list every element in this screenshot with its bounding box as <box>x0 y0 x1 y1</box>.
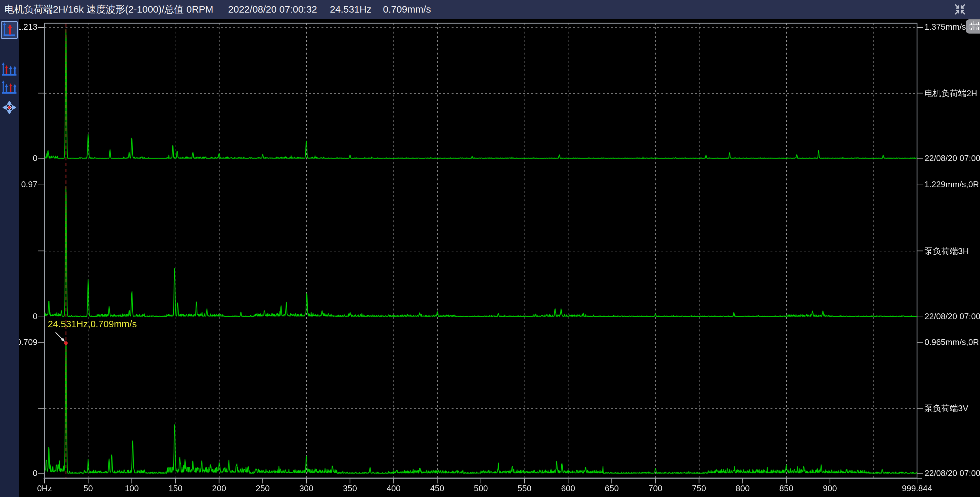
channel-name-label: 电机负荷端2H <box>924 88 977 99</box>
harmonic-cursor-button[interactable] <box>1 61 18 79</box>
collapse-arrows-icon[interactable] <box>953 3 966 16</box>
x-axis-tick-label: 999.844 <box>902 483 932 494</box>
x-axis-tick-label: 0Hz <box>37 483 52 494</box>
title-datetime: 2022/08/20 07:00:32 <box>228 4 317 15</box>
cursor-tool-sidebar <box>0 19 19 497</box>
x-axis-tick-label: 350 <box>343 483 357 494</box>
x-axis-tick-label: 500 <box>474 483 488 494</box>
channel-timestamp-label: 22/08/20 07:00:32 <box>924 311 980 321</box>
overlay-chart-button[interactable] <box>966 19 980 33</box>
x-axis-tick-label: 250 <box>256 483 269 494</box>
x-axis-tick-label: 200 <box>212 483 226 494</box>
channel-timestamp-label: 22/08/20 07:00:32 <box>924 153 980 163</box>
x-axis-tick-label: 850 <box>779 483 793 494</box>
x-axis-tick-label: 600 <box>561 483 575 494</box>
x-axis-tick-label: 400 <box>387 483 401 494</box>
x-axis-tick-label: 750 <box>692 483 706 494</box>
sideband-cursor-button[interactable] <box>1 79 18 97</box>
x-axis-tick-label: 700 <box>649 483 662 494</box>
title-channel-info: 电机负荷端2H/16k 速度波形(2-1000)/总值 0RPM <box>5 3 213 16</box>
x-axis-tick-label: 150 <box>169 483 182 494</box>
x-axis-tick-label: 450 <box>430 483 444 494</box>
title-cursor-amplitude: 0.709mm/s <box>383 4 431 15</box>
title-bar: 电机负荷端2H/16k 速度波形(2-1000)/总值 0RPM 2022/08… <box>0 0 980 19</box>
sideband-cursor-icon <box>2 80 17 96</box>
multi-spectrum-icon <box>969 21 980 32</box>
channel-name-label: 泵负荷端3H <box>924 246 969 257</box>
channel-amplitude-label: 0.965mm/s,0RPM <box>924 337 980 347</box>
single-cursor-icon <box>2 22 16 38</box>
channel-name-label: 泵负荷端3V <box>924 403 968 414</box>
single-cursor-button[interactable] <box>1 21 18 39</box>
x-axis-tick-label: 900 <box>823 483 837 494</box>
x-axis-tick-label: 800 <box>736 483 749 494</box>
cursor-annotation: 24.531Hz,0.709mm/s <box>48 319 137 330</box>
pan-arrows-icon <box>3 101 16 116</box>
vibration-analyzer-window: 电机负荷端2H/16k 速度波形(2-1000)/总值 0RPM 2022/08… <box>0 0 980 497</box>
x-axis-tick-label: 300 <box>299 483 313 494</box>
x-axis-tick-label: 650 <box>605 483 619 494</box>
title-cursor-frequency: 24.531Hz <box>330 4 371 15</box>
x-axis-tick-label: 550 <box>517 483 531 494</box>
pan-button[interactable] <box>1 99 18 117</box>
harmonic-cursor-icon <box>2 62 17 78</box>
channel-timestamp-label: 22/08/20 07:00:32 <box>924 468 980 478</box>
x-axis-tick-label: 50 <box>84 483 93 494</box>
x-axis-tick-label: 100 <box>125 483 139 494</box>
spectrum-plot-canvas[interactable] <box>0 0 980 497</box>
channel-amplitude-label: 1.229mm/s,0RPM <box>924 179 980 189</box>
